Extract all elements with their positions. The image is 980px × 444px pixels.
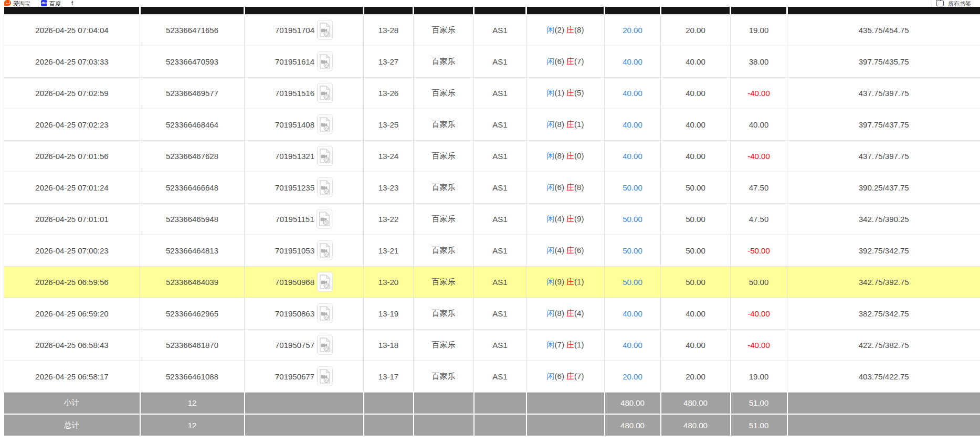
table-row[interactable]: 2026-04-25 07:04:04 523366471656 7019517… bbox=[4, 14, 980, 46]
banker-label: 庄 bbox=[566, 183, 574, 192]
result-cell: 闲(9) 庄(1) bbox=[526, 266, 605, 298]
video-replay-button[interactable] bbox=[317, 51, 333, 71]
table-name-cell: AS1 bbox=[474, 140, 526, 172]
banker-label: 庄 bbox=[566, 88, 574, 97]
round-id-cell: 701951704 bbox=[245, 14, 364, 46]
table-row[interactable]: 2026-04-25 06:58:43 523366461870 7019507… bbox=[4, 329, 980, 361]
taobao-icon bbox=[4, 0, 11, 6]
table-name-cell: AS1 bbox=[474, 298, 526, 329]
game-type-cell: 百家乐 bbox=[414, 298, 474, 329]
table-name-cell: AS1 bbox=[474, 77, 526, 109]
banker-score: (4) bbox=[574, 309, 584, 318]
video-replay-button[interactable] bbox=[317, 177, 333, 197]
summary-bet-cell: 480.00 bbox=[605, 392, 661, 414]
table-name-cell: AS1 bbox=[474, 361, 526, 392]
video-replay-button[interactable] bbox=[317, 20, 333, 40]
bet-time-cell: 2026-04-25 06:59:56 bbox=[4, 266, 140, 298]
bet-id-cell: 523366469577 bbox=[140, 77, 245, 109]
round-id-cell: 701951151 bbox=[245, 203, 364, 235]
winloss-cell: 50.00 bbox=[731, 266, 787, 298]
table-row[interactable]: 2026-04-25 07:01:01 523366465948 7019511… bbox=[4, 203, 980, 235]
game-type-cell: 百家乐 bbox=[414, 266, 474, 298]
winloss-cell: -40.00 bbox=[731, 140, 787, 172]
video-file-icon bbox=[319, 337, 331, 352]
video-replay-button[interactable] bbox=[317, 114, 333, 134]
bet-id-cell: 523366464813 bbox=[140, 235, 245, 266]
header-cell bbox=[605, 7, 661, 14]
table-row[interactable]: 2026-04-25 06:58:17 523366461088 7019506… bbox=[4, 361, 980, 392]
player-score: (4) bbox=[555, 246, 564, 255]
game-type-cell: 百家乐 bbox=[414, 235, 474, 266]
summary-valid-cell: 480.00 bbox=[661, 392, 731, 414]
header-cell bbox=[474, 7, 526, 14]
table-row[interactable]: 2026-04-25 07:03:33 523366470593 7019516… bbox=[4, 46, 980, 77]
video-file-icon bbox=[319, 86, 331, 100]
bookmark-label: f bbox=[71, 0, 73, 6]
bet-amount-cell: 40.00 bbox=[605, 140, 661, 172]
result-cell: 闲(8) 庄(0) bbox=[526, 140, 605, 172]
round-number-cell: 13-23 bbox=[364, 172, 414, 203]
header-cell bbox=[731, 7, 787, 14]
round-id: 701951408 bbox=[275, 120, 314, 129]
bookmark-partial[interactable]: f bbox=[71, 0, 73, 6]
bet-id-cell: 523366471656 bbox=[140, 14, 245, 46]
valid-amount-cell: 40.00 bbox=[661, 109, 731, 140]
header-row bbox=[4, 7, 980, 14]
banker-score: (7) bbox=[574, 57, 584, 66]
result-cell: 闲(6) 庄(7) bbox=[526, 361, 605, 392]
round-id-cell: 701950677 bbox=[245, 361, 364, 392]
game-type-cell: 百家乐 bbox=[414, 361, 474, 392]
player-score: (8) bbox=[555, 151, 564, 160]
table-row[interactable]: 2026-04-25 07:02:59 523366469577 7019515… bbox=[4, 77, 980, 109]
player-score: (6) bbox=[555, 183, 564, 192]
video-file-icon bbox=[319, 369, 331, 384]
bet-time-cell: 2026-04-25 06:58:17 bbox=[4, 361, 140, 392]
all-bookmarks-button[interactable]: 所有书签 bbox=[928, 0, 980, 7]
player-label: 闲 bbox=[547, 340, 555, 349]
bet-time-cell: 2026-04-25 07:02:23 bbox=[4, 109, 140, 140]
player-score: (8) bbox=[555, 309, 564, 318]
table-row[interactable]: 2026-04-25 07:00:23 523366464813 7019510… bbox=[4, 235, 980, 266]
balance-cell: 342.75/392.75 bbox=[787, 266, 980, 298]
summary-count-cell: 12 bbox=[140, 392, 245, 414]
table-row[interactable]: 2026-04-25 07:01:56 523366467628 7019513… bbox=[4, 140, 980, 172]
summary-label-cell: 小计 bbox=[4, 392, 140, 414]
video-replay-button[interactable] bbox=[317, 146, 333, 166]
table-name-cell: AS1 bbox=[474, 172, 526, 203]
video-replay-button[interactable] bbox=[317, 303, 333, 323]
banker-label: 庄 bbox=[566, 246, 574, 255]
round-id: 701950677 bbox=[275, 372, 314, 381]
video-replay-button[interactable] bbox=[317, 366, 333, 386]
video-file-icon bbox=[319, 54, 331, 69]
video-replay-button[interactable] bbox=[317, 240, 333, 260]
video-replay-button[interactable] bbox=[317, 83, 333, 103]
player-label: 闲 bbox=[547, 183, 555, 192]
table-row[interactable]: 2026-04-25 07:01:24 523366466648 7019512… bbox=[4, 172, 980, 203]
summary-empty-cell bbox=[787, 414, 980, 436]
winloss-cell: 47.50 bbox=[731, 203, 787, 235]
banker-label: 庄 bbox=[566, 120, 574, 129]
table-row[interactable]: 2026-04-25 06:59:56 523366464039 7019509… bbox=[4, 266, 980, 298]
round-number-cell: 13-25 bbox=[364, 109, 414, 140]
bet-id-cell: 523366470593 bbox=[140, 46, 245, 77]
result-cell: 闲(8) 庄(1) bbox=[526, 109, 605, 140]
header-cell bbox=[526, 7, 605, 14]
video-replay-button[interactable] bbox=[317, 272, 333, 292]
game-type-cell: 百家乐 bbox=[414, 46, 474, 77]
balance-cell: 422.75/382.75 bbox=[787, 329, 980, 361]
video-replay-button[interactable] bbox=[317, 335, 333, 355]
winloss-cell: -40.00 bbox=[731, 298, 787, 329]
table-row[interactable]: 2026-04-25 07:02:23 523366468464 7019514… bbox=[4, 109, 980, 140]
banker-score: (1) bbox=[574, 120, 584, 129]
bet-id-cell: 523366461088 bbox=[140, 361, 245, 392]
all-bookmarks-label: 所有书签 bbox=[948, 0, 971, 7]
bookmark-aitaobao[interactable]: 爱淘宝 bbox=[4, 0, 30, 7]
video-replay-button[interactable] bbox=[317, 209, 332, 229]
player-label: 闲 bbox=[547, 214, 555, 223]
bookmark-baidu[interactable]: du 百度 bbox=[41, 0, 61, 7]
round-number-cell: 13-28 bbox=[364, 14, 414, 46]
bet-amount-cell: 20.00 bbox=[605, 14, 661, 46]
table-row[interactable]: 2026-04-25 06:59:20 523366462965 7019508… bbox=[4, 298, 980, 329]
result-cell: 闲(7) 庄(1) bbox=[526, 329, 605, 361]
banker-label: 庄 bbox=[566, 309, 574, 318]
